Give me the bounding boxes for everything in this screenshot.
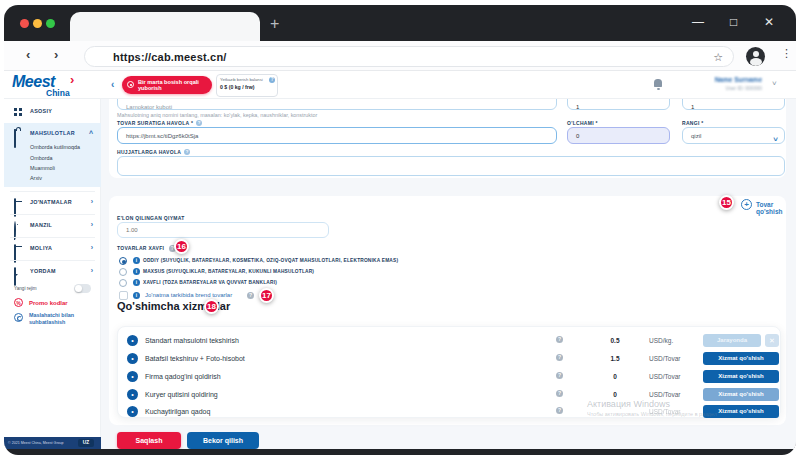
browser-toolbar: ‹ › https://cab.meest.cn/ ☆ ⋮ bbox=[4, 41, 796, 71]
chevron-up-icon: ˄ bbox=[89, 129, 93, 136]
new-tab-icon[interactable]: + bbox=[270, 15, 279, 33]
chevron-right-icon: › bbox=[91, 221, 93, 228]
chevron-down-icon: ˅ bbox=[773, 131, 778, 148]
service-unit: USD/Tovar bbox=[649, 408, 680, 415]
bookmark-star-icon[interactable]: ☆ bbox=[713, 51, 723, 64]
service-row: • Firma qadog'ini qoldirish ? 0 USD/Tova… bbox=[118, 368, 782, 386]
info-icon[interactable]: i bbox=[133, 292, 140, 299]
traffic-light-zoom[interactable] bbox=[46, 19, 55, 28]
sidebar-sub-omborda-kutilmoqda[interactable]: Omborda kutilmoqda bbox=[30, 144, 80, 150]
user-menu-chevron-icon[interactable]: ˅ bbox=[772, 79, 777, 88]
sidebar-item-moliya[interactable]: MOLIYA › bbox=[4, 242, 101, 258]
user-meta: User ID: 000000 bbox=[668, 85, 762, 91]
service-help-icon[interactable]: ? bbox=[556, 407, 563, 414]
brand-goods-label: Jo'natma tarkibida brend tovarlar bbox=[145, 292, 232, 298]
add-product-link[interactable]: Tovar qo'shish bbox=[756, 201, 796, 215]
product-name-field[interactable]: Lamokator kuboti bbox=[117, 99, 557, 110]
add-service-button[interactable]: Xizmat qo'shish bbox=[703, 352, 779, 365]
sidebar-item-mahsulotlar[interactable]: MAHSULOTLAR ˄ bbox=[4, 127, 101, 143]
risk-radio-oddiy[interactable] bbox=[119, 257, 127, 265]
cancel-button[interactable]: Bekor qilish bbox=[187, 432, 259, 449]
inspection-icon: • bbox=[127, 335, 138, 346]
chevron-right-icon: › bbox=[91, 244, 93, 251]
add-service-button[interactable]: Xizmat qo'shish bbox=[703, 405, 779, 418]
quantity-field[interactable]: 1 bbox=[567, 99, 670, 110]
brand-goods-checkbox[interactable] bbox=[119, 291, 128, 300]
add-service-button[interactable]: Xizmat qo'shish bbox=[703, 388, 779, 401]
risk-option-label: ODDIY (SUYUQLIK, BATAREYALAR, KOSMETIKA,… bbox=[143, 258, 398, 263]
language-switcher[interactable]: UZ bbox=[78, 439, 94, 447]
quick-send-button[interactable]: Bir marta bosish orqali yuborish bbox=[122, 76, 212, 94]
label-text: TOVAR SURATIGA HAVOLA * bbox=[117, 120, 193, 126]
service-pending-button: Jarayonda bbox=[703, 334, 761, 347]
service-row: • Batafsil tekshiruv + Foto-hisobot ? 1.… bbox=[118, 350, 782, 368]
weight-field[interactable]: 1 bbox=[682, 99, 785, 110]
back-icon[interactable]: ‹ bbox=[26, 47, 30, 62]
size-input[interactable]: 0 bbox=[567, 127, 670, 144]
sidebar-sub-arxiv[interactable]: Arxiv bbox=[30, 175, 42, 181]
divider bbox=[10, 191, 95, 192]
services-card: • Standart mahsulotni tekshirish ? 0.5 U… bbox=[117, 326, 781, 418]
traffic-light-minimize[interactable] bbox=[33, 19, 42, 28]
meest-logo-arrow-icon: › bbox=[70, 72, 74, 87]
color-select[interactable]: qizil ˅ bbox=[682, 127, 785, 144]
size-label: O'LCHAMI * bbox=[567, 120, 598, 126]
sidebar-sub-muammoli[interactable]: Muammoli bbox=[30, 165, 55, 171]
photo-link-label: TOVAR SURATIGA HAVOLA *? bbox=[117, 120, 202, 126]
sidebar-item-jonatmalar[interactable]: JO'NATMALAR › bbox=[4, 196, 101, 212]
night-mode-toggle[interactable] bbox=[74, 284, 91, 293]
sidebar-label: MANZIL bbox=[30, 222, 52, 228]
sidebar-label: MAHSULOTLAR bbox=[30, 130, 75, 136]
sidebar-item-advisor-chat[interactable]: Maslahatchi bilan suhbatlashish bbox=[29, 312, 95, 326]
service-row: • Kuryer qutisini qoldiring ? 0 USD/Tova… bbox=[118, 386, 782, 404]
info-icon[interactable]: i bbox=[133, 257, 140, 264]
forward-icon[interactable]: › bbox=[54, 47, 58, 62]
browser-tab[interactable] bbox=[70, 12, 260, 41]
sidebar-collapse-icon[interactable]: ‹ bbox=[111, 79, 114, 90]
photo-link-input[interactable]: https://jbmt.sc/tiDgz6k0tSja bbox=[117, 127, 557, 144]
sidebar-sub-omborda[interactable]: Omborda bbox=[30, 155, 52, 161]
copyright-text: © 2021 Meest China, Meest Group bbox=[8, 441, 64, 445]
sidebar: ASOSIY MAHSULOTLAR ˄ Omborda kutilmoqda … bbox=[4, 99, 101, 449]
brand-help-icon[interactable]: ? bbox=[247, 292, 254, 299]
service-row: • Standart mahsulotni tekshirish ? 0.5 U… bbox=[118, 332, 782, 350]
service-help-icon[interactable]: ? bbox=[556, 372, 563, 379]
maximize-icon[interactable]: □ bbox=[730, 14, 737, 30]
info-icon[interactable]: i bbox=[133, 268, 140, 275]
one-click-icon bbox=[127, 81, 134, 88]
info-icon[interactable]: ? bbox=[196, 120, 202, 126]
sidebar-item-manzil[interactable]: MANZIL › bbox=[4, 219, 101, 235]
notifications-bell-icon[interactable] bbox=[654, 79, 662, 87]
docs-link-input[interactable] bbox=[117, 156, 785, 176]
promo-percent-icon: % bbox=[14, 298, 23, 307]
service-help-icon[interactable]: ? bbox=[556, 390, 563, 397]
risk-radio-maxsus[interactable] bbox=[119, 268, 127, 276]
declared-value-input[interactable] bbox=[117, 222, 329, 238]
risk-radio-xavfli[interactable] bbox=[119, 279, 127, 287]
service-row: • Kuchaytirilgan qadoq ? USD/Tovar Xizma… bbox=[118, 403, 782, 421]
minimize-icon[interactable]: — bbox=[692, 14, 704, 30]
add-service-button[interactable]: Xizmat qo'shish bbox=[703, 370, 779, 383]
address-bar[interactable]: https://cab.meest.cn/ ☆ bbox=[84, 46, 734, 67]
browser-menu-icon[interactable]: ⋮ bbox=[781, 47, 792, 60]
service-unit: USD/Tovar bbox=[649, 355, 680, 362]
service-remove-icon[interactable]: ✕ bbox=[765, 334, 779, 347]
add-product-plus-icon[interactable]: + bbox=[741, 199, 752, 210]
sidebar-item-promo-kodlar[interactable]: Promo kodlar bbox=[29, 300, 68, 306]
close-icon[interactable]: ✕ bbox=[764, 14, 774, 30]
balance-help-icon[interactable]: ? bbox=[269, 77, 275, 83]
step-badge-16: 16 bbox=[174, 239, 189, 254]
sidebar-item-yordam[interactable]: YORDAM › bbox=[4, 265, 101, 281]
save-button[interactable]: Saqlash bbox=[117, 432, 181, 449]
user-name[interactable]: Name Surname bbox=[668, 76, 762, 83]
info-icon[interactable]: ? bbox=[184, 149, 190, 155]
service-help-icon[interactable]: ? bbox=[556, 336, 563, 343]
service-help-icon[interactable]: ? bbox=[556, 354, 563, 361]
sidebar-item-asosiy[interactable]: ASOSIY bbox=[4, 105, 101, 121]
delivery-balance-widget[interactable]: Yetkazib berish balansi 0 $ (0 kg / frw)… bbox=[216, 74, 278, 97]
traffic-light-close[interactable] bbox=[20, 19, 29, 28]
info-icon[interactable]: i bbox=[133, 279, 140, 286]
declared-value-label: E'LON QILINGAN QIYMAT bbox=[117, 215, 185, 221]
docs-link-label: HUJJATLARGA HAVOLA? bbox=[117, 149, 190, 155]
browser-profile-avatar[interactable] bbox=[746, 47, 765, 66]
